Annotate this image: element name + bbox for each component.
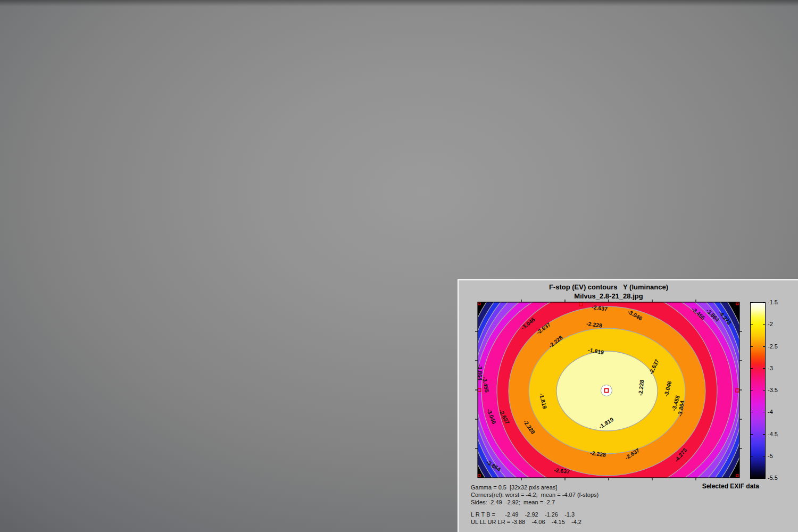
colorbar-tick [751,324,753,325]
colorbar-label: -4.5 [768,431,778,437]
colorbar-tick [751,456,753,456]
stats-lrtb: L R T B = -2.49 -2.92 -1.26 -1.3 [471,511,575,518]
colorbar-tick [751,303,753,303]
selected-exif-heading: Selected EXIF data [702,483,759,490]
colorbar-tick [763,477,765,477]
colorbar-tick [751,434,753,435]
imatest-results-panel: F-stop (EV) contours Y (luminance) Milvu… [458,279,798,532]
colorbar-label: -1.5 [768,299,778,305]
colorbar-tick [763,368,765,369]
contour-plot-svg: -2.637-2.228-1.819-3.046-2.637-2.228-3.0… [474,298,743,481]
stats-corners: Corners(rel): worst = -4.2; mean = -4.07… [471,492,598,498]
colorbar-tick [751,390,753,390]
stats-sides: Sides: -2.49 -2.92; mean = -2.7 [471,499,555,505]
colorbar-tick [763,456,765,456]
colorbar-tick [763,346,765,347]
colorbar-tick [763,412,765,412]
colorbar-tick [751,412,753,412]
colorbar-label: -3 [768,365,773,371]
colorbar-tick [751,346,753,347]
colorbar-tick [763,390,765,390]
chart-title: F-stop (EV) contours Y (luminance) [478,283,739,291]
colorbar-tick [763,324,765,325]
colorbar-tick [763,434,765,435]
stats-gamma: Gamma = 0.5 [32x32 pxls areas] [471,484,557,491]
colorbar-label: -4 [768,409,773,415]
colorbar-label: -5.5 [768,475,778,481]
colorbar-label: -2 [768,321,773,327]
colorbar-label: -5 [768,453,773,459]
stats-corner-values: UL LL UR LR = -3.88 -4.06 -4.15 -4.2 [471,519,581,525]
colorbar-label: -3.5 [768,387,778,393]
colorbar-tick [763,303,765,303]
colorbar-tick [751,368,753,369]
colorbar [750,302,766,479]
colorbar-tick [751,477,753,477]
colorbar-label: -2.5 [768,343,778,350]
